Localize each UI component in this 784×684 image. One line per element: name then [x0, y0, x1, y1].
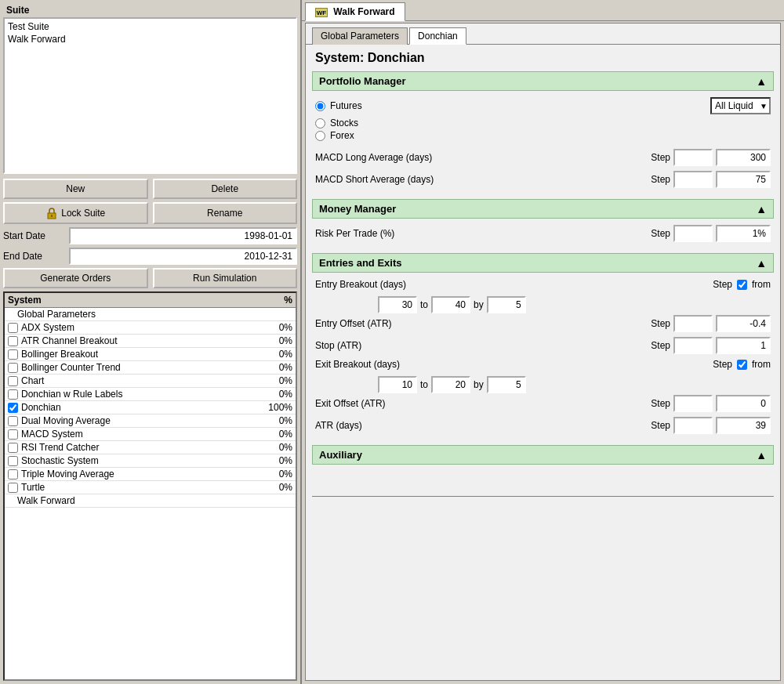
start-date-label: Start Date — [3, 230, 66, 241]
system-row-label-col: ADX System — [8, 322, 261, 333]
atr-value-input[interactable] — [716, 417, 771, 434]
stop-value-input[interactable] — [716, 337, 771, 354]
system-row-pct: 0% — [261, 482, 292, 493]
exit-breakout-row: Exit Breakout (days) Step from — [315, 359, 771, 370]
macd-long-step-input[interactable] — [673, 149, 713, 166]
table-row[interactable]: Turtle0% — [5, 481, 296, 494]
rename-button[interactable]: Rename — [153, 202, 298, 224]
macd-long-value-input[interactable] — [716, 149, 771, 166]
stop-step-input[interactable] — [673, 337, 713, 354]
table-row[interactable]: Stochastic System0% — [5, 454, 296, 468]
table-row[interactable]: ADX System0% — [5, 321, 296, 335]
lock-suite-button[interactable]: Lock Suite — [3, 202, 148, 224]
macd-short-value-input[interactable] — [716, 171, 771, 188]
stop-row: Stop (ATR) Step — [315, 337, 771, 354]
system-checkbox[interactable] — [8, 323, 18, 333]
table-row[interactable]: Triple Moving Average0% — [5, 468, 296, 481]
atr-step-input[interactable] — [673, 417, 713, 434]
table-row[interactable]: MACD System0% — [5, 428, 296, 441]
table-row[interactable]: Walk Forward — [5, 494, 296, 508]
suite-list-item[interactable]: Walk Forward — [6, 33, 294, 45]
run-simulation-button[interactable]: Run Simulation — [153, 268, 298, 288]
entry-offset-label: Entry Offset (ATR) — [315, 318, 644, 329]
donchian-tab-label: Donchian — [418, 31, 458, 42]
entry-offset-step-input[interactable] — [673, 315, 713, 332]
system-row-label: Bollinger Breakout — [21, 349, 98, 360]
system-checkbox[interactable] — [8, 456, 18, 466]
system-checkbox[interactable] — [8, 403, 18, 413]
risk-row: Risk Per Trade (%) Step — [315, 225, 771, 242]
system-row-label: Turtle — [21, 482, 45, 493]
exit-breakout-from-label: from — [752, 359, 771, 370]
exit-breakout-to-input[interactable] — [431, 376, 470, 393]
risk-step-input[interactable] — [673, 225, 713, 242]
system-checkbox[interactable] — [8, 416, 18, 426]
walk-forward-tab[interactable]: WF Walk Forward — [305, 2, 405, 21]
system-row-pct: 0% — [261, 455, 292, 466]
table-row[interactable]: Bollinger Counter Trend0% — [5, 361, 296, 375]
global-parameters-tab[interactable]: Global Parameters — [312, 27, 408, 45]
system-checkbox[interactable] — [8, 483, 18, 493]
pct-col-header: % — [261, 295, 292, 306]
system-checkbox[interactable] — [8, 363, 18, 373]
risk-value-input[interactable] — [716, 225, 771, 242]
exit-offset-row: Exit Offset (ATR) Step — [315, 395, 771, 412]
table-row[interactable]: Dual Moving Average0% — [5, 414, 296, 428]
table-row[interactable]: Donchian100% — [5, 401, 296, 414]
system-row-label-col: RSI Trend Catcher — [8, 442, 261, 453]
system-checkbox[interactable] — [8, 429, 18, 440]
entry-breakout-step-checkbox[interactable] — [737, 280, 747, 290]
system-row-label: Donchian w Rule Labels — [21, 389, 122, 400]
forex-radio[interactable] — [315, 131, 325, 141]
auxiliary-collapse-btn[interactable]: ▲ — [756, 450, 767, 461]
new-button[interactable]: New — [3, 179, 148, 199]
system-checkbox[interactable] — [8, 443, 18, 453]
donchian-tab[interactable]: Donchian — [409, 27, 466, 45]
entry-breakout-from-input[interactable] — [378, 296, 417, 313]
atr-row: ATR (days) Step — [315, 417, 771, 434]
system-checkbox[interactable] — [8, 376, 18, 386]
macd-long-label: MACD Long Average (days) — [315, 152, 644, 163]
system-rows-container: Global ParametersADX System0%ATR Channel… — [5, 308, 296, 508]
exit-breakout-from-input[interactable] — [378, 376, 417, 393]
system-checkbox[interactable] — [8, 349, 18, 360]
system-checkbox[interactable] — [8, 336, 18, 346]
delete-button[interactable]: Delete — [153, 179, 298, 199]
start-date-input[interactable] — [69, 227, 297, 244]
entry-breakout-to-input[interactable] — [431, 296, 470, 313]
lock-rename-row: Lock Suite Rename — [3, 202, 297, 224]
entries-exits-collapse-btn[interactable]: ▲ — [756, 258, 767, 269]
entry-to-label: to — [420, 299, 428, 310]
macd-short-step-input[interactable] — [673, 171, 713, 188]
exit-offset-value-input[interactable] — [716, 395, 771, 412]
table-row[interactable]: Global Parameters — [5, 308, 296, 321]
table-row[interactable]: Bollinger Breakout0% — [5, 348, 296, 361]
table-row[interactable]: Chart0% — [5, 375, 296, 388]
table-row[interactable]: Donchian w Rule Labels0% — [5, 388, 296, 401]
entry-offset-value-input[interactable] — [716, 315, 771, 332]
forex-label: Forex — [330, 130, 354, 141]
system-row-label: Triple Moving Average — [21, 469, 114, 480]
portfolio-params: MACD Long Average (days) Step MACD Short… — [306, 146, 780, 196]
suite-list-item[interactable]: Test Suite — [6, 20, 294, 33]
exit-breakout-by-input[interactable] — [487, 376, 526, 393]
system-checkbox[interactable] — [8, 389, 18, 400]
exit-offset-step-input[interactable] — [673, 395, 713, 412]
right-content: Global Parameters Donchian System: Donch… — [305, 23, 781, 681]
entry-offset-step-label: Step — [651, 318, 670, 329]
portfolio-collapse-btn[interactable]: ▲ — [756, 76, 767, 87]
futures-radio[interactable] — [315, 101, 325, 111]
exit-breakout-step-checkbox[interactable] — [737, 360, 747, 370]
money-manager-collapse-btn[interactable]: ▲ — [756, 204, 767, 215]
system-checkbox[interactable] — [8, 469, 18, 480]
end-date-input[interactable] — [69, 248, 297, 265]
portfolio-select[interactable]: All Liquid — [710, 97, 771, 114]
exit-by-label: by — [474, 379, 484, 390]
sub-tab-bar: Global Parameters Donchian — [306, 24, 780, 45]
table-row[interactable]: ATR Channel Breakout0% — [5, 335, 296, 348]
generate-orders-button[interactable]: Generate Orders — [3, 268, 148, 288]
table-row[interactable]: RSI Trend Catcher0% — [5, 441, 296, 454]
entry-breakout-by-input[interactable] — [487, 296, 526, 313]
stocks-radio[interactable] — [315, 118, 325, 128]
system-col-header: System — [8, 295, 261, 306]
